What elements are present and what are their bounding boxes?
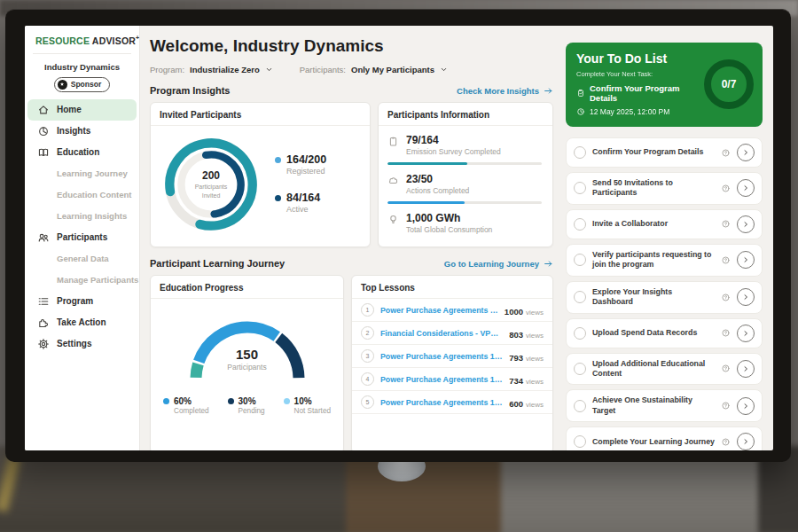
gauge-legend-label: Completed xyxy=(174,407,209,415)
lesson-link[interactable]: Power Purchase Agreements 101 xyxy=(380,306,498,315)
sidebar-item-education-content[interactable]: Education Content xyxy=(25,184,139,206)
task-go-button[interactable] xyxy=(737,179,755,197)
task-checkbox[interactable] xyxy=(574,363,586,375)
task-go-button[interactable] xyxy=(737,325,755,342)
sidebar-item-participants[interactable]: Participants xyxy=(27,227,137,248)
task-go-button[interactable] xyxy=(737,288,755,306)
legend-value: 164/200 xyxy=(286,153,326,166)
todo-task-upload-spend-data-records[interactable]: Upload Spend Data Records xyxy=(566,318,763,348)
gauge-center-label: Participants xyxy=(181,363,314,372)
invited-participants-title: Invited Participants xyxy=(151,103,370,126)
todo-due-date-label: 12 May 2025, 12:00 PM xyxy=(590,107,669,116)
sidebar-item-general-data[interactable]: General Data xyxy=(25,248,139,270)
filter-program[interactable]: Program: Industrialize Zero xyxy=(150,65,273,74)
lesson-link[interactable]: Power Purchase Agreements 103 xyxy=(380,398,503,407)
sidebar-subitem-label: Education Content xyxy=(57,190,131,200)
task-checkbox[interactable] xyxy=(574,254,586,266)
sidebar-subitem-label: General Data xyxy=(57,254,109,263)
help-icon[interactable] xyxy=(721,255,731,265)
task-go-button[interactable] xyxy=(737,251,755,269)
todo-progress-value: 0/7 xyxy=(722,78,737,90)
gauge-legend-dot xyxy=(284,398,290,404)
gauge-legend-item: 10% Not Started xyxy=(284,396,331,415)
lesson-rank: 1 xyxy=(361,303,374,317)
filter-participants[interactable]: Participants: Only My Participants xyxy=(300,65,448,74)
todo-task-invite-a-collaborator[interactable]: Invite a Collaborator xyxy=(566,209,763,239)
todo-task-achieve-one-sustainability-target[interactable]: Achieve One Sustainability Target xyxy=(566,389,763,422)
task-go-button[interactable] xyxy=(737,397,755,415)
sidebar-item-learning-insights[interactable]: Learning Insights xyxy=(25,206,139,227)
sidebar-subitem-label: Manage Participants xyxy=(57,275,138,285)
check-more-insights-link[interactable]: Check More Insights xyxy=(457,86,553,96)
todo-summary-left: Your To Do List Complete Your Next Task:… xyxy=(576,51,704,116)
help-icon[interactable] xyxy=(721,437,731,447)
invited-donut-chart: 200 Participants Invited xyxy=(161,135,261,234)
task-go-button[interactable] xyxy=(737,215,755,233)
task-checkbox[interactable] xyxy=(574,291,586,303)
lesson-views-value: 600 xyxy=(509,399,523,409)
task-checkbox[interactable] xyxy=(574,327,586,340)
clipboard-check-icon xyxy=(576,89,585,98)
task-go-button[interactable] xyxy=(737,360,755,378)
todo-task-verify-participants-requesting-to-join-the-program[interactable]: Verify participants requesting to join t… xyxy=(566,244,763,277)
help-icon[interactable] xyxy=(721,328,731,338)
help-icon[interactable] xyxy=(721,293,731,302)
sidebar-item-take-action[interactable]: Take Action xyxy=(27,312,137,333)
filter-label: Participants: xyxy=(300,65,346,74)
gauge-legend-item: 60% Completed xyxy=(163,396,209,415)
sidebar-item-home[interactable]: Home xyxy=(27,99,137,121)
lesson-link[interactable]: Power Purchase Agreements 101 xyxy=(380,352,503,361)
sidebar-subitem-label: Learning Insights xyxy=(57,211,127,221)
todo-task-confirm-your-program-details[interactable]: Confirm Your Program Details xyxy=(566,137,763,168)
help-icon[interactable] xyxy=(721,364,731,373)
task-go-button[interactable] xyxy=(737,144,755,161)
legend-label: Active xyxy=(286,205,320,214)
sidebar-item-learning-journey[interactable]: Learning Journey xyxy=(25,163,139,184)
donut-center-value: 200 xyxy=(202,169,220,182)
sidebar-item-program[interactable]: Program xyxy=(27,291,137,312)
help-icon[interactable] xyxy=(721,184,731,193)
todo-task-complete-your-learning-journey[interactable]: Complete Your Learning Journey xyxy=(566,426,763,450)
sidebar-item-manage-participants[interactable]: Manage Participants xyxy=(25,270,139,291)
clock-icon xyxy=(576,107,585,116)
program-icon xyxy=(37,295,50,308)
invited-participants-body: 200 Participants Invited 164/200 Registe… xyxy=(151,126,370,241)
gauge-legend-item: 30% Pending xyxy=(228,396,265,415)
legend-item: 84/164 Active xyxy=(275,192,326,214)
lesson-link[interactable]: Power Purchase Agreements 102 xyxy=(380,375,503,384)
task-go-button[interactable] xyxy=(737,433,755,450)
monitor-bezel: RESOURCE ADVISOR+ Industry Dynamics Spon… xyxy=(5,9,791,462)
todo-task-explore-your-insights-dashboard[interactable]: Explore Your Insights Dashboard xyxy=(566,281,763,314)
chevron-right-icon xyxy=(741,184,750,192)
help-icon[interactable] xyxy=(721,148,731,158)
learning-journey-header: Participant Learning Journey Go to Learn… xyxy=(150,258,553,269)
task-checkbox[interactable] xyxy=(574,435,586,448)
lesson-views-value: 1000 xyxy=(505,307,523,317)
page-title: Welcome, Industry Dynamics xyxy=(150,36,553,56)
todo-task-send-50-invitations-to-participants[interactable]: Send 50 Invitations to Participants xyxy=(566,172,763,205)
legend-value: 84/164 xyxy=(286,192,320,204)
task-checkbox[interactable] xyxy=(574,182,586,194)
task-checkbox[interactable] xyxy=(574,146,586,159)
help-icon[interactable] xyxy=(721,219,731,229)
sponsor-badge: Sponsor xyxy=(54,77,110,92)
sidebar-item-settings[interactable]: Settings xyxy=(27,333,137,355)
chevron-right-icon xyxy=(741,293,750,301)
task-label: Verify participants requesting to join t… xyxy=(592,250,715,270)
lesson-link[interactable]: Financial Considerations - VPPAs xyxy=(380,329,503,338)
task-checkbox[interactable] xyxy=(574,218,586,231)
chevron-right-icon xyxy=(741,148,750,157)
help-icon[interactable] xyxy=(721,401,731,411)
sidebar-item-label: Insights xyxy=(57,126,90,136)
todo-progress-ring: 0/7 xyxy=(704,59,754,109)
go-to-learning-journey-link[interactable]: Go to Learning Journey xyxy=(444,259,553,269)
sidebar-item-education[interactable]: Education xyxy=(27,142,137,163)
lesson-views-value: 803 xyxy=(509,330,523,340)
task-checkbox[interactable] xyxy=(574,400,586,412)
sidebar-item-insights[interactable]: Insights xyxy=(27,121,137,142)
logo-secondary: ADVISOR xyxy=(92,35,136,46)
todo-task-upload-additional-educational-content[interactable]: Upload Additional Educational Content xyxy=(566,353,763,386)
chevron-down-icon xyxy=(265,66,273,74)
info-metric: 79/164 Emission Survey Completed xyxy=(379,126,552,165)
lesson-row: 3 Power Purchase Agreements 101 793views xyxy=(352,345,552,368)
